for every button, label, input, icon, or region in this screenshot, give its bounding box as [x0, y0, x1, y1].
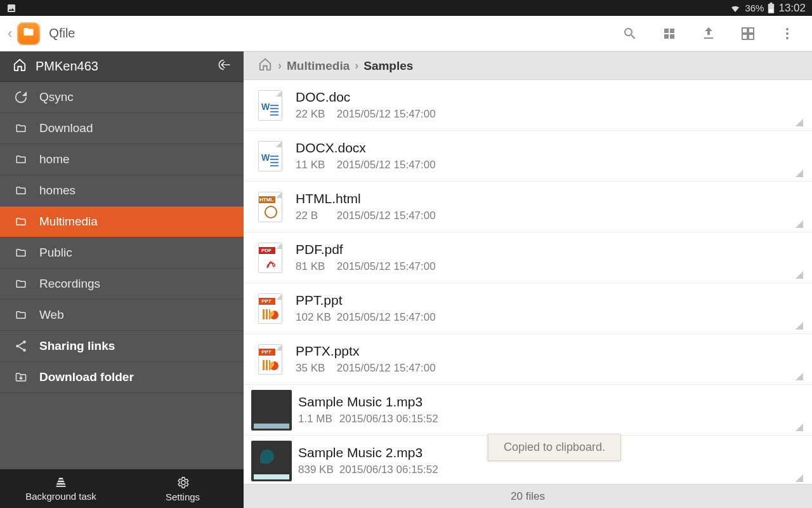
wifi-icon	[730, 3, 741, 13]
gear-icon	[176, 476, 190, 490]
sidebar-item-label: homes	[39, 184, 75, 197]
main-panel: › Multimedia › Samples WDOC.doc22 KB 201…	[244, 51, 812, 508]
file-name: Sample Music 2.mp3	[298, 445, 438, 460]
app-logo[interactable]	[17, 22, 40, 45]
view-grid-button[interactable]	[650, 16, 689, 51]
sidebar-item-homes[interactable]: homes	[0, 175, 244, 206]
file-name: PDF.pdf	[296, 242, 436, 257]
upload-button[interactable]	[689, 16, 728, 51]
file-type-icon: PPT	[254, 292, 287, 325]
file-name: HTML.html	[296, 191, 436, 206]
file-meta: 839 KB 2015/06/13 06:15:52	[298, 464, 438, 476]
background-task-button[interactable]: Background task	[0, 469, 122, 508]
expand-triangle-icon[interactable]	[796, 373, 803, 380]
file-meta: 11 KB 2015/05/12 15:47:00	[296, 159, 436, 171]
stack-icon	[54, 476, 68, 489]
file-name: DOC.doc	[296, 90, 436, 105]
file-meta: 102 KB 2015/05/12 15:47:00	[296, 311, 436, 324]
svg-point-1	[786, 28, 789, 30]
svg-point-2	[786, 32, 789, 35]
file-meta: 35 KB 2015/05/12 15:47:00	[296, 362, 436, 375]
folder-icon	[13, 154, 29, 165]
file-meta: 1.1 MB 2015/06/13 06:15:52	[298, 413, 438, 425]
file-row[interactable]: Sample Music 1.mp31.1 MB 2015/06/13 06:1…	[244, 385, 812, 436]
file-meta: 22 KB 2015/05/12 15:47:00	[296, 108, 436, 121]
file-type-icon: PPT	[254, 343, 287, 376]
overflow-menu-button[interactable]	[768, 16, 807, 51]
folder-icon	[13, 309, 29, 321]
search-button[interactable]	[610, 16, 650, 51]
file-row[interactable]: PPTPPT.ppt102 KB 2015/05/12 15:47:00	[244, 283, 812, 334]
home-icon	[258, 57, 273, 71]
select-multi-button[interactable]	[728, 16, 768, 51]
breadcrumb-level-1[interactable]: Multimedia	[287, 59, 350, 73]
sidebar-item-web[interactable]: Web	[0, 300, 244, 331]
battery-icon	[768, 3, 775, 13]
sidebar-item-multimedia[interactable]: Multimedia	[0, 206, 244, 237]
sidebar-item-label: Recordings	[39, 277, 100, 291]
nas-name: PMKen463	[36, 59, 98, 74]
file-name: PPT.ppt	[296, 293, 436, 308]
folder-icon	[13, 216, 29, 227]
folder-icon	[13, 278, 29, 290]
sidebar-item-label: Multimedia	[39, 215, 98, 229]
sidebar-item-home[interactable]: home	[0, 144, 244, 175]
android-status-bar: 36% 13:02	[0, 0, 812, 16]
file-name: DOCX.docx	[296, 140, 436, 156]
file-row[interactable]: PDFPDF.pdf81 KB 2015/05/12 15:47:00	[244, 232, 812, 283]
file-type-icon: HTML	[254, 190, 287, 224]
file-row[interactable]: HTMLHTML.html22 B 2015/05/12 15:47:00	[244, 182, 812, 232]
back-caret-icon[interactable]: ‹	[5, 25, 15, 42]
breadcrumb-level-2[interactable]: Samples	[363, 59, 413, 73]
sidebar-bottom: Background task Settings	[0, 469, 244, 508]
chevron-right-icon: ›	[352, 59, 361, 72]
file-row[interactable]: WDOC.doc22 KB 2015/05/12 15:47:00	[244, 80, 812, 131]
file-name: PPTX.pptx	[296, 344, 436, 359]
app-title: Qfile	[49, 26, 75, 41]
file-name: Sample Music 1.mp3	[298, 394, 438, 410]
search-icon	[622, 26, 638, 41]
sidebar-item-label: Download	[39, 121, 93, 135]
settings-button[interactable]: Settings	[122, 469, 244, 508]
sidebar-item-download[interactable]: Download	[0, 113, 244, 144]
expand-triangle-icon[interactable]	[796, 220, 803, 228]
toast: Copied to clipboard.	[488, 434, 621, 461]
file-list[interactable]: WDOC.doc22 KB 2015/05/12 15:47:00WDOCX.d…	[244, 80, 812, 484]
sidebar-item-public[interactable]: Public	[0, 237, 244, 269]
sidebar: PMKen463 QsyncDownloadhomehomesMultimedi…	[0, 51, 244, 508]
toast-text: Copied to clipboard.	[504, 441, 605, 453]
upload-icon	[701, 26, 716, 41]
expand-triangle-icon[interactable]	[796, 271, 803, 279]
home-outline-icon	[13, 58, 27, 75]
expand-triangle-icon[interactable]	[796, 424, 803, 431]
chevron-right-icon: ›	[275, 59, 284, 72]
logout-icon	[214, 58, 231, 72]
logout-button[interactable]	[214, 58, 231, 75]
folder-icon	[13, 185, 29, 196]
background-task-label: Background task	[25, 491, 96, 502]
sync-icon	[13, 90, 29, 104]
settings-label: Settings	[166, 491, 200, 502]
sidebar-item-label: Qsync	[39, 90, 74, 104]
download-folder-icon	[13, 371, 29, 384]
expand-triangle-icon[interactable]	[796, 170, 803, 177]
sidebar-item-qsync[interactable]: Qsync	[0, 82, 244, 113]
sidebar-item-sharing-links[interactable]: Sharing links	[0, 331, 244, 362]
sidebar-item-label: Public	[39, 246, 72, 260]
share-icon	[13, 339, 29, 353]
footer-file-count: 20 files	[244, 484, 812, 508]
file-row[interactable]: WDOCX.docx11 KB 2015/05/12 15:47:00	[244, 131, 812, 182]
expand-triangle-icon[interactable]	[796, 119, 803, 126]
sidebar-item-label: home	[39, 152, 70, 166]
file-row[interactable]: PPTPPTX.pptx35 KB 2015/05/12 15:47:00	[244, 334, 812, 385]
picture-notification-icon	[6, 3, 16, 13]
folder-icon	[13, 123, 29, 134]
sidebar-item-download-folder[interactable]: Download folder	[0, 362, 244, 393]
sidebar-item-recordings[interactable]: Recordings	[0, 269, 244, 300]
sidebar-item-label: Sharing links	[39, 339, 115, 353]
breadcrumb-home[interactable]	[258, 57, 273, 74]
expand-triangle-icon[interactable]	[796, 322, 803, 330]
nas-header[interactable]: PMKen463	[0, 51, 244, 82]
file-meta: 22 B 2015/05/12 15:47:00	[296, 210, 436, 222]
expand-triangle-icon[interactable]	[796, 474, 803, 482]
